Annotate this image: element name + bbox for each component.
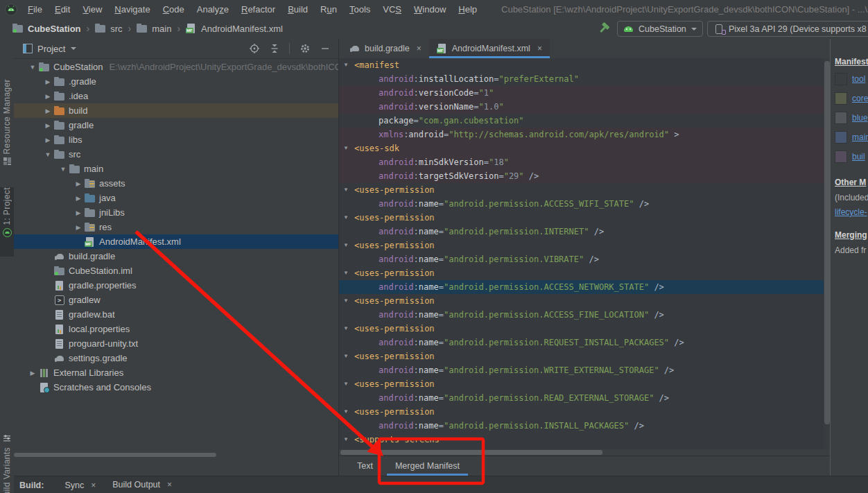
scrollbar-thumb[interactable] <box>824 61 830 424</box>
code-line-14[interactable]: ▼<uses-permission <box>339 239 831 252</box>
editor-tab-androidmanifest-xml[interactable]: AndroidManifest.xml× <box>429 39 550 58</box>
code-editor[interactable]: ▼<manifestandroid:installLocation="prefe… <box>339 58 831 453</box>
legend-link[interactable]: core <box>852 94 868 103</box>
hide-panel-icon[interactable] <box>320 44 330 53</box>
device-select[interactable]: Pixel 3a API 29 (Device supports x8 <box>707 21 868 37</box>
toolwindow-build-variants[interactable]: Build Variants <box>0 434 14 493</box>
code-line-18[interactable]: ▼<uses-permission <box>339 294 831 308</box>
collapse-all-icon[interactable] <box>270 44 279 53</box>
scrollbar-thumb[interactable] <box>14 453 216 457</box>
code-line-11[interactable]: android:name="android.permission.ACCESS_… <box>339 197 831 211</box>
code-line-28[interactable]: ▼<supports-screens <box>339 433 831 447</box>
tree-item-assets[interactable]: ▶assets <box>14 176 338 191</box>
code-line-27[interactable]: android:name="android.permission.INSTALL… <box>339 419 831 433</box>
fold-icon[interactable]: ▼ <box>343 266 349 280</box>
code-line-24[interactable]: ▼<uses-permission <box>339 377 831 391</box>
fold-icon[interactable]: ▼ <box>343 377 349 391</box>
code-line-1[interactable]: ▼<manifest <box>339 58 831 72</box>
code-line-2[interactable]: android:installLocation="preferExternal" <box>339 72 831 86</box>
code-line-19[interactable]: android:name="android.permission.ACCESS_… <box>339 308 831 322</box>
tree-item-cubestation[interactable]: ▼CubeStationE:\wzh\AndroidProject\UnityE… <box>14 60 338 74</box>
code-line-15[interactable]: android:name="android.permission.VIBRATE… <box>339 252 831 266</box>
menu-tools[interactable]: Tools <box>343 0 376 19</box>
menu-vcs[interactable]: VCS <box>376 0 408 19</box>
code-line-21[interactable]: android:name="android.permission.REQUEST… <box>339 336 831 349</box>
chevron-down-icon[interactable] <box>71 47 76 50</box>
expand-arrow-icon[interactable]: ▶ <box>42 137 54 144</box>
menu-analyze[interactable]: Analyze <box>191 0 235 19</box>
fold-icon[interactable]: ▼ <box>343 183 349 197</box>
fold-icon[interactable]: ▼ <box>343 211 349 225</box>
menu-window[interactable]: Window <box>408 0 452 19</box>
toolwindow-project[interactable]: 1: Project <box>0 187 14 257</box>
fold-icon[interactable]: ▼ <box>343 433 349 447</box>
code-line-6[interactable]: xmlns:android="http://schemas.android.co… <box>339 128 831 141</box>
gear-icon[interactable] <box>300 43 311 54</box>
build-hammer-button[interactable] <box>596 21 611 36</box>
code-line-8[interactable]: android:minSdkVersion="18" <box>339 155 831 169</box>
manifest-tab-text[interactable]: Text <box>349 456 381 476</box>
lifecycle-link[interactable]: lifecycle- <box>835 207 867 217</box>
menu-code[interactable]: Code <box>157 0 191 19</box>
code-line-20[interactable]: ▼<uses-permission <box>339 322 831 336</box>
code-line-22[interactable]: ▼<uses-permission <box>339 349 831 363</box>
tree-item-gradle-properties[interactable]: gradle.properties <box>14 278 338 293</box>
code-line-13[interactable]: android:name="android.permission.INTERNE… <box>339 225 831 239</box>
fold-icon[interactable]: ▼ <box>343 322 349 336</box>
code-line-25[interactable]: android:name="android.permission.READ_EX… <box>339 391 831 405</box>
manifest-tab-merged-manifest[interactable]: Merged Manifest <box>387 456 468 476</box>
expand-arrow-icon[interactable]: ▶ <box>42 93 54 100</box>
expand-arrow-icon[interactable]: ▶ <box>72 209 85 216</box>
legend-link[interactable]: main <box>852 132 868 142</box>
editor-hscrollbar[interactable] <box>339 449 831 456</box>
legend-link[interactable]: tool <box>852 74 865 84</box>
expand-arrow-icon[interactable]: ▶ <box>72 180 85 187</box>
tree-item-gradlew-bat[interactable]: gradlew.bat <box>14 307 338 322</box>
tree-item-local-properties[interactable]: local.properties <box>14 322 338 336</box>
menu-refactor[interactable]: Refactor <box>235 0 281 19</box>
code-line-16[interactable]: ▼<uses-permission <box>339 266 831 280</box>
tree-item-gradlew[interactable]: gradlew <box>14 293 338 307</box>
tree-item--gradle[interactable]: ▶.gradle <box>14 74 338 89</box>
fold-icon[interactable]: ▼ <box>343 58 349 72</box>
build-tab-build-output[interactable]: Build Output× <box>104 476 180 493</box>
close-icon[interactable]: × <box>91 481 96 490</box>
expand-arrow-icon[interactable]: ▼ <box>42 151 54 158</box>
code-line-5[interactable]: package="com.gan.cubestation" <box>339 114 831 128</box>
breadcrumb-main[interactable]: main <box>137 24 171 34</box>
code-line-7[interactable]: ▼<uses-sdk <box>339 141 831 155</box>
expand-arrow-icon[interactable]: ▶ <box>42 107 54 114</box>
tree-item-gradle[interactable]: ▶gradle <box>14 118 338 132</box>
menu-file[interactable]: File <box>21 0 49 19</box>
build-tab-sync[interactable]: Sync× <box>56 476 104 493</box>
tree-item-settings-gradle[interactable]: settings.gradle <box>14 351 338 365</box>
tree-item-build-gradle[interactable]: build.gradle <box>14 249 338 263</box>
code-line-12[interactable]: ▼<uses-permission <box>339 211 831 225</box>
expand-arrow-icon[interactable]: ▶ <box>42 78 54 85</box>
tree-item-main[interactable]: ▼main <box>14 162 338 176</box>
menu-edit[interactable]: Edit <box>49 0 76 19</box>
expand-arrow-icon[interactable]: ▶ <box>72 195 85 202</box>
breadcrumb-androidmanifest-xml[interactable]: AndroidManifest.xml <box>186 24 283 34</box>
menu-navigate[interactable]: Navigate <box>108 0 156 19</box>
code-line-23[interactable]: android:name="android.permission.WRITE_E… <box>339 363 831 377</box>
expand-arrow-icon[interactable]: ▶ <box>72 224 85 231</box>
toolwindow-resource-manager[interactable]: Resource Manager <box>0 79 14 187</box>
editor-tab-build-gradle[interactable]: build.gradle× <box>342 39 429 58</box>
menu-run[interactable]: Run <box>314 0 343 19</box>
tree-item-cubestation-iml[interactable]: CubeStation.iml <box>14 263 338 278</box>
code-line-4[interactable]: android:versionName="1.0" <box>339 100 831 114</box>
project-panel-title[interactable]: Project <box>37 44 65 54</box>
scrollbar-thumb[interactable] <box>340 450 602 455</box>
project-tree-hscrollbar[interactable] <box>14 452 338 458</box>
breadcrumb-cubestation[interactable]: CubeStation <box>12 24 81 34</box>
tree-item-proguard-unity-txt[interactable]: proguard-unity.txt <box>14 336 338 351</box>
code-line-10[interactable]: ▼<uses-permission <box>339 183 831 197</box>
tree-item-src[interactable]: ▼src <box>14 147 338 162</box>
close-icon[interactable]: × <box>537 44 542 53</box>
code-line-9[interactable]: android:targetSdkVersion="29" /> <box>339 169 831 183</box>
fold-icon[interactable]: ▼ <box>343 294 349 308</box>
fold-icon[interactable]: ▼ <box>343 141 349 155</box>
tree-item-build[interactable]: ▶build <box>14 103 338 118</box>
menu-build[interactable]: Build <box>281 0 314 19</box>
